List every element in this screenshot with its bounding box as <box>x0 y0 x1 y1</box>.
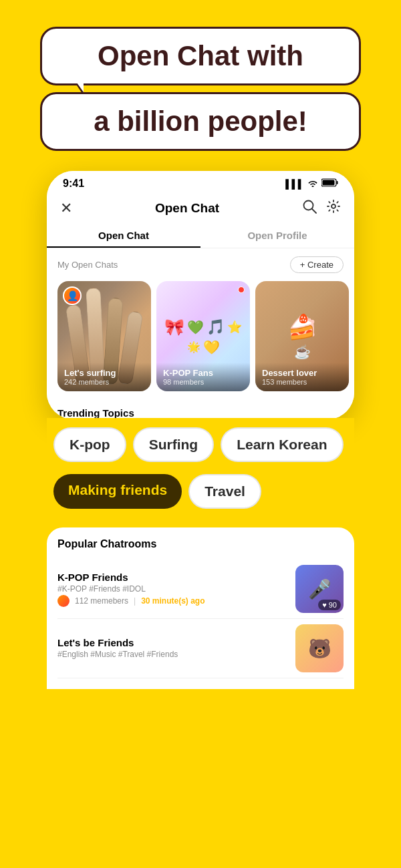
tag-making-friends[interactable]: Making friends <box>53 474 182 509</box>
create-button[interactable]: + Create <box>290 256 344 273</box>
search-icon[interactable] <box>302 199 317 218</box>
status-time: 9:41 <box>63 178 84 190</box>
chat-card-surfing[interactable]: Let's surfing 242 members 👤 <box>57 281 151 391</box>
trending-title: Trending Topics <box>57 407 134 419</box>
tag-learn-korean[interactable]: Learn Korean <box>221 427 343 462</box>
card-title-surfing: Let's surfing <box>64 368 144 378</box>
tag-kpop[interactable]: K-pop <box>53 427 126 462</box>
topic-tags-row1: K-pop Surfing Learn Korean <box>47 418 354 462</box>
my-open-chats-label: My Open Chats <box>57 260 118 270</box>
chatroom-name-friends: Let's be Friends <box>57 637 287 648</box>
chatroom-info-friends: Let's be Friends #English #Music #Travel… <box>57 637 287 660</box>
avatar-icon: 👤 <box>64 288 80 304</box>
chatroom-info-kpop: K-POP Friends #K-POP #Friends #IDOL 112 … <box>57 572 287 607</box>
svg-rect-2 <box>337 181 338 184</box>
wifi-icon <box>307 179 318 189</box>
kpop-decoration: 🎀 💚 🎵 ⭐ 🌟 💛 <box>156 311 250 362</box>
card-overlay-kpop: K-POP Fans 98 members <box>156 363 250 391</box>
close-icon[interactable]: ✕ <box>60 200 72 217</box>
chatroom-thumb-friends: 🐻 <box>295 624 344 672</box>
meta-avatar-kpop <box>57 595 70 607</box>
tab-bar: Open Chat Open Profile <box>47 223 354 248</box>
chat-card-kpop[interactable]: 🎀 💚 🎵 ⭐ 🌟 💛 K-POP Fans 98 members <box>156 281 250 391</box>
speech-bubble-2: a billion people! <box>40 92 361 151</box>
trending-section: Trending Topics <box>47 399 354 419</box>
svg-point-5 <box>331 204 336 208</box>
tag-travel[interactable]: Travel <box>188 474 261 509</box>
phone-mockup: 9:41 ▌▌▌ ✕ Open Chat Open Chat <box>47 171 354 419</box>
topic-tags-row2: Making friends Travel <box>47 469 354 517</box>
yellow-tags-section: K-pop Surfing Learn Korean Making friend… <box>47 418 354 689</box>
app-header: ✕ Open Chat <box>47 194 354 223</box>
status-icons: ▌▌▌ <box>285 178 338 189</box>
chatroom-time-kpop: 30 minute(s) ago <box>141 596 205 606</box>
tab-open-profile[interactable]: Open Profile <box>200 223 354 248</box>
hero-line2: a billion people! <box>62 106 339 137</box>
chatroom-name-kpop: K-POP Friends <box>57 572 287 583</box>
header-actions <box>302 199 341 218</box>
chat-card-dessert[interactable]: 🍰 ☕ Dessert lover 153 members <box>255 281 349 391</box>
card-members-dessert: 153 members <box>262 378 342 386</box>
card-overlay-dessert: Dessert lover 153 members <box>255 363 349 391</box>
popular-chatrooms-title: Popular Chatrooms <box>57 538 344 550</box>
speech-bubble-1: Open Chat with <box>40 27 361 85</box>
tag-surfing[interactable]: Surfing <box>133 427 215 462</box>
chatroom-tags-kpop: #K-POP #Friends #IDOL <box>57 584 287 594</box>
card-title-kpop: K-POP Fans <box>163 368 243 378</box>
chatroom-thumb-kpop: 🎤 ♥ 90 <box>295 565 344 613</box>
svg-line-4 <box>312 209 316 213</box>
status-bar: 9:41 ▌▌▌ <box>47 171 354 194</box>
hero-line1: Open Chat with <box>62 41 339 71</box>
svg-rect-1 <box>323 180 335 186</box>
my-open-chats-header: My Open Chats + Create <box>47 248 354 278</box>
chatroom-item-kpop[interactable]: K-POP Friends #K-POP #Friends #IDOL 112 … <box>57 560 344 619</box>
card-overlay-surfing: Let's surfing 242 members <box>57 363 151 391</box>
hero-section: Open Chat with a billion people! <box>0 0 401 164</box>
card-title-dessert: Dessert lover <box>262 368 342 378</box>
card-members-kpop: 98 members <box>163 378 243 386</box>
heart-badge-kpop: ♥ 90 <box>318 600 341 610</box>
battery-icon <box>321 178 338 189</box>
chatroom-meta-kpop: 112 memebers | 30 minute(s) ago <box>57 595 287 607</box>
card-members-surfing: 242 members <box>64 378 144 386</box>
settings-icon[interactable] <box>326 199 341 218</box>
chatroom-tags-friends: #English #Music #Travel #Friends <box>57 650 287 659</box>
chat-cards-row: Let's surfing 242 members 👤 🎀 💚 🎵 ⭐ 🌟 💛 <box>47 278 354 399</box>
chatroom-members-kpop: 112 memebers <box>75 596 128 606</box>
tab-open-chat[interactable]: Open Chat <box>47 223 200 248</box>
chatroom-item-friends[interactable]: Let's be Friends #English #Music #Travel… <box>57 619 344 678</box>
signal-icon: ▌▌▌ <box>285 179 304 189</box>
popular-chatrooms-card: Popular Chatrooms K-POP Friends #K-POP #… <box>47 527 354 689</box>
header-title: Open Chat <box>155 201 219 216</box>
